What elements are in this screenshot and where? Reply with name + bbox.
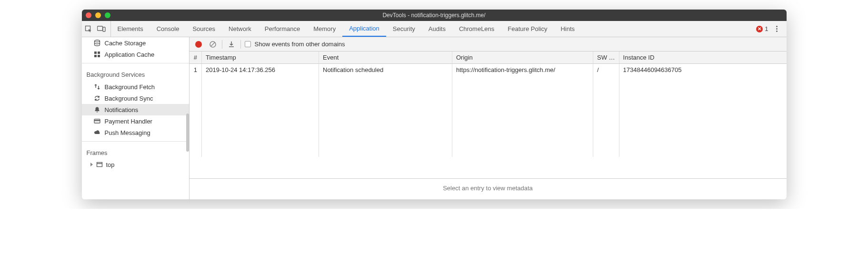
svg-rect-2 [103,27,105,31]
grid-icon [93,51,101,58]
tab-network[interactable]: Network [222,21,258,37]
col-header-event[interactable]: Event [319,52,452,64]
tab-feature-policy[interactable]: Feature Policy [501,21,554,37]
inspect-icon[interactable] [85,25,92,33]
main-tabs: Elements Console Sources Network Perform… [82,21,787,37]
tab-security[interactable]: Security [386,21,422,37]
tab-application[interactable]: Application [342,21,386,37]
download-button[interactable] [226,39,237,50]
record-icon [195,41,202,48]
svg-rect-4 [94,52,97,54]
card-icon [93,117,101,125]
toolbar: Show events from other domains [190,37,787,52]
svg-rect-1 [97,26,102,31]
sidebar-item-frame-top[interactable]: top [82,159,189,170]
col-header-timestamp[interactable]: Timestamp [202,52,319,64]
cell-instance-id: 17348446094636705 [619,64,786,76]
sidebar-item-label: Notifications [105,106,139,113]
error-icon: ✕ [756,26,763,32]
col-header-instance-id[interactable]: Instance ID [619,52,786,64]
sidebar-item-payment-handler[interactable]: Payment Handler [82,115,189,127]
sidebar-item-label: Payment Handler [105,118,152,125]
svg-point-3 [94,40,100,42]
sidebar-item-label: Background Sync [105,95,153,102]
sidebar-item-label: Background Fetch [105,83,155,91]
divider [82,63,189,63]
error-count-value: 1 [765,25,768,32]
error-count[interactable]: ✕ 1 [756,25,768,32]
sync-icon [93,94,101,102]
sidebar-item-notifications[interactable]: Notifications [82,104,189,115]
sidebar-item-label: Push Messaging [105,129,150,136]
show-other-domains-checkbox[interactable] [245,41,251,47]
tab-audits[interactable]: Audits [422,21,452,37]
svg-rect-6 [94,55,97,57]
sidebar-item-label: Cache Storage [105,40,146,47]
divider [222,40,222,49]
transfer-icon [93,83,101,91]
cloud-icon [93,129,101,136]
cell-origin: https://notification-triggers.glitch.me/ [452,64,593,76]
svg-rect-5 [98,52,100,54]
divider [82,141,189,142]
frame-icon [96,161,103,168]
tab-sources[interactable]: Sources [186,21,222,37]
titlebar: DevTools - notification-triggers.glitch.… [82,10,787,21]
tab-console[interactable]: Console [150,21,186,37]
cell-timestamp: 2019-10-24 14:17:36.256 [202,64,319,76]
database-icon [93,39,101,47]
window-title: DevTools - notification-triggers.glitch.… [82,12,787,19]
col-header-num[interactable]: # [190,52,202,64]
svg-rect-7 [98,55,100,57]
sidebar: Cache Storage Application Cache Backgrou… [82,37,190,199]
sidebar-item-label: top [106,161,115,168]
tab-performance[interactable]: Performance [258,21,307,37]
bell-icon [93,106,101,113]
device-toggle-icon[interactable] [97,25,106,33]
tab-elements[interactable]: Elements [111,21,150,37]
cell-num: 1 [190,64,202,76]
sidebar-item-bg-sync[interactable]: Background Sync [82,93,189,104]
sidebar-scrollbar[interactable] [186,113,189,152]
sidebar-header-frames: Frames [82,144,189,159]
tab-list: Elements Console Sources Network Perform… [111,21,582,37]
col-header-sw-scope[interactable]: SW … [593,52,619,64]
more-menu-icon[interactable] [773,26,781,32]
table-row[interactable]: 1 2019-10-24 14:17:36.256 Notification s… [190,64,787,76]
sidebar-item-app-cache[interactable]: Application Cache [82,49,189,60]
svg-rect-10 [97,163,102,167]
tab-chromelens[interactable]: ChromeLens [452,21,501,37]
devtools-window: DevTools - notification-triggers.glitch.… [82,10,787,199]
svg-rect-9 [94,120,100,121]
svg-line-13 [211,42,215,46]
sidebar-item-push-messaging[interactable]: Push Messaging [82,127,189,138]
col-header-origin[interactable]: Origin [452,52,593,64]
cell-event: Notification scheduled [319,64,452,76]
divider [240,40,241,49]
events-table: # Timestamp Event Origin SW … Instance I… [190,52,787,179]
metadata-placeholder: Select an entry to view metadata [190,179,787,199]
tab-memory[interactable]: Memory [307,21,342,37]
cell-sw-scope: / [593,64,619,76]
record-button[interactable] [193,39,204,50]
tab-hints[interactable]: Hints [554,21,581,37]
sidebar-item-bg-fetch[interactable]: Background Fetch [82,81,189,93]
main-panel: Show events from other domains # Timesta… [190,37,787,199]
sidebar-item-cache-storage[interactable]: Cache Storage [82,37,189,49]
table-header-row: # Timestamp Event Origin SW … Instance I… [190,52,787,64]
sidebar-item-label: Application Cache [105,51,155,58]
show-other-domains-label: Show events from other domains [255,41,345,48]
sidebar-header-bg-services: Background Services [82,66,189,81]
disclosure-triangle-icon[interactable] [90,163,93,166]
clear-button[interactable] [208,39,218,50]
